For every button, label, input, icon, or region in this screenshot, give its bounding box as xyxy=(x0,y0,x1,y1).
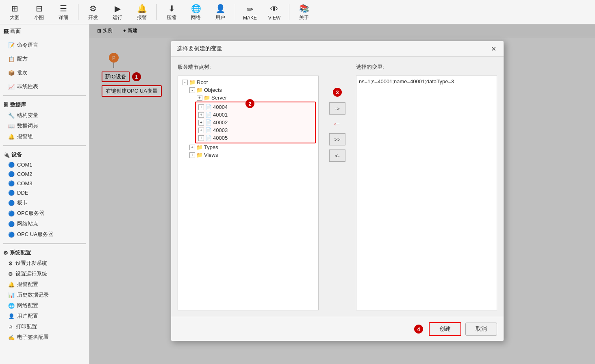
sidebar-item-com3[interactable]: 🔵 COM3 xyxy=(0,179,89,188)
alert-group-icon: 🔔 xyxy=(8,134,15,140)
node-40002-expander[interactable]: + xyxy=(198,120,204,126)
data-dict-icon: 📖 xyxy=(8,123,15,129)
node-40003-icon: 📄 xyxy=(205,127,212,133)
section-database-header[interactable]: 🗄 数据库 xyxy=(0,100,89,110)
sidebar-item-alert-config[interactable]: 🔔 报警配置 xyxy=(0,279,89,290)
tree-node-40005[interactable]: + 📄 40005 xyxy=(197,134,314,142)
cancel-button[interactable]: 取消 xyxy=(465,323,497,336)
view-icon: 👁 xyxy=(269,4,280,15)
sidebar-item-network-site[interactable]: 🔵 网络站点 xyxy=(0,219,89,229)
tree-container[interactable]: - 📁 Root - 📁 Objects xyxy=(178,76,319,310)
double-forward-button[interactable]: >> xyxy=(329,133,345,145)
sidebar-item-batch[interactable]: 📦 批次 xyxy=(0,67,89,78)
sidebar-item-recipe[interactable]: 📋 配方 xyxy=(0,54,89,64)
root-expander[interactable]: - xyxy=(182,80,188,85)
step2-badge: 2 xyxy=(245,99,254,108)
sidebar-item-data-dict[interactable]: 📖 数据词典 xyxy=(0,121,89,131)
sidebar-item-struct-var[interactable]: 🔧 结构变量 xyxy=(0,110,89,121)
node-40003-expander[interactable]: + xyxy=(198,128,204,133)
sidebar-item-command[interactable]: 📝 命令语言 xyxy=(0,40,89,50)
views-expander[interactable]: + xyxy=(189,152,195,158)
tree-node-objects[interactable]: - 📁 Objects xyxy=(188,86,316,94)
section-device-header[interactable]: 🔌 设备 xyxy=(0,150,89,160)
selected-vars-area[interactable]: ns=1;s=40001;name=40001;dataType=3 xyxy=(356,76,497,310)
section-device: 🔌 设备 🔵 COM1 🔵 COM2 🔵 COM3 🔵 DDE 🔵 板卡 xyxy=(0,148,89,241)
alert-icon: 🔔 xyxy=(136,3,148,14)
toolbar-btn-alert[interactable]: 🔔 报警 xyxy=(130,2,153,23)
sidebar-item-com1[interactable]: 🔵 COM1 xyxy=(0,160,89,169)
sidebar-item-opc-server[interactable]: 🔵 OPC服务器 xyxy=(0,208,89,219)
opc-ua-server-icon: 🔵 xyxy=(8,232,15,238)
sidebar-item-dev-system[interactable]: ⚙ 设置开发系统 xyxy=(0,258,89,269)
server-icon: 📁 xyxy=(204,95,210,101)
com3-icon: 🔵 xyxy=(8,180,15,186)
objects-expander[interactable]: - xyxy=(189,87,195,93)
toolbar-btn-user[interactable]: 👤 用户 xyxy=(209,2,232,23)
modal-close-button[interactable]: ✕ xyxy=(489,44,498,53)
tree-node-40001[interactable]: + 📄 40001 xyxy=(197,111,314,119)
divider-3 xyxy=(3,243,86,244)
tree-node-40003[interactable]: + 📄 40003 xyxy=(197,126,314,134)
tree-node-views[interactable]: + 📁 Views xyxy=(188,151,316,159)
tree-node-server[interactable]: + 📁 Server xyxy=(195,94,316,102)
sidebar-item-user-config[interactable]: 👤 用户配置 xyxy=(0,311,89,321)
sidebar-item-net-config[interactable]: 🌐 网络配置 xyxy=(0,300,89,311)
toolbar-btn-develop[interactable]: ⚙ 开发 xyxy=(82,2,104,23)
net-config-icon: 🌐 xyxy=(8,303,15,309)
sidebar-item-history-data[interactable]: 📊 历史数据记录 xyxy=(0,290,89,300)
about-icon: 📚 xyxy=(298,3,310,14)
dde-icon: 🔵 xyxy=(8,190,15,196)
sidebar-item-nonlinear[interactable]: 📈 非线性表 xyxy=(0,81,89,92)
sidebar-item-dde[interactable]: 🔵 DDE xyxy=(0,188,89,197)
sidebar-item-sign-config[interactable]: ✍ 电子签名配置 xyxy=(0,332,89,342)
separator-1 xyxy=(78,4,78,20)
tree-node-40004[interactable]: + 📄 40004 xyxy=(197,103,314,111)
separator-3 xyxy=(235,4,235,20)
modal-dialog: 选择要创建的变量 ✕ 服务端节点树: - 📁 Root xyxy=(171,41,504,341)
toolbar-btn-large-view[interactable]: ⊞ 大图 xyxy=(3,2,26,23)
toolbar-btn-compress[interactable]: ⬇ 压缩 xyxy=(160,2,183,23)
section-command: 📝 命令语言 xyxy=(0,38,89,52)
tree-node-40002[interactable]: + 📄 40002 xyxy=(197,119,314,126)
types-expander[interactable]: + xyxy=(189,145,195,150)
node-40004-expander[interactable]: + xyxy=(198,104,204,110)
develop-icon: ⚙ xyxy=(87,3,99,14)
tree-node-types[interactable]: + 📁 Types xyxy=(188,143,316,151)
modal-footer: 4 创建 取消 xyxy=(171,317,504,341)
sidebar-item-board[interactable]: 🔵 板卡 xyxy=(0,197,89,208)
node-40001-expander[interactable]: + xyxy=(198,112,204,118)
toolbar-btn-detail-view[interactable]: ☰ 详细 xyxy=(52,2,75,23)
single-back-button[interactable]: <- xyxy=(329,150,345,162)
toolbar-btn-about[interactable]: 📚 关于 xyxy=(293,2,315,23)
print-config-icon: 🖨 xyxy=(8,324,13,330)
toolbar-btn-view[interactable]: 👁 VIEW xyxy=(263,2,286,23)
board-icon: 🔵 xyxy=(8,200,15,206)
toolbar-btn-network[interactable]: 🌐 网络 xyxy=(185,2,207,23)
node-40005-expander[interactable]: + xyxy=(198,135,204,141)
node-40004-icon: 📄 xyxy=(205,104,212,110)
opc-server-icon: 🔵 xyxy=(8,210,15,217)
sidebar-item-run-system[interactable]: ⚙ 设置运行系统 xyxy=(0,269,89,279)
server-expander[interactable]: + xyxy=(197,95,202,101)
sidebar-item-com2[interactable]: 🔵 COM2 xyxy=(0,169,89,179)
toolbar-btn-run[interactable]: ▶ 运行 xyxy=(106,2,129,23)
sidebar-item-opc-ua-server[interactable]: 🔵 OPC UA服务器 xyxy=(0,229,89,240)
alert-config-icon: 🔔 xyxy=(8,282,15,288)
divider-2 xyxy=(3,145,86,146)
section-screen-header[interactable]: 🖼 画面 xyxy=(0,26,89,37)
sidebar-item-print-config[interactable]: 🖨 打印配置 xyxy=(0,321,89,332)
single-forward-button[interactable]: -> xyxy=(329,102,345,115)
tree-node-root[interactable]: - 📁 Root xyxy=(180,78,316,86)
sidebar-item-alert-group[interactable]: 🔔 报警组 xyxy=(0,131,89,142)
root-icon: 📁 xyxy=(189,79,195,85)
modal-header: 选择要创建的变量 ✕ xyxy=(171,41,504,57)
step3-badge: 3 xyxy=(333,88,342,97)
network-icon: 🌐 xyxy=(190,3,202,14)
section-sysconfig-header[interactable]: ⚙ 系统配置 xyxy=(0,247,89,258)
node-40002-icon: 📄 xyxy=(205,119,212,126)
compress-icon: ⬇ xyxy=(166,3,177,14)
middle-panel: 3 -> ← >> <- xyxy=(325,63,350,310)
toolbar-btn-make[interactable]: ✏ MAKE xyxy=(239,2,261,23)
toolbar-btn-small-view[interactable]: ⊟ 小图 xyxy=(28,2,50,23)
create-button[interactable]: 创建 xyxy=(429,322,461,336)
